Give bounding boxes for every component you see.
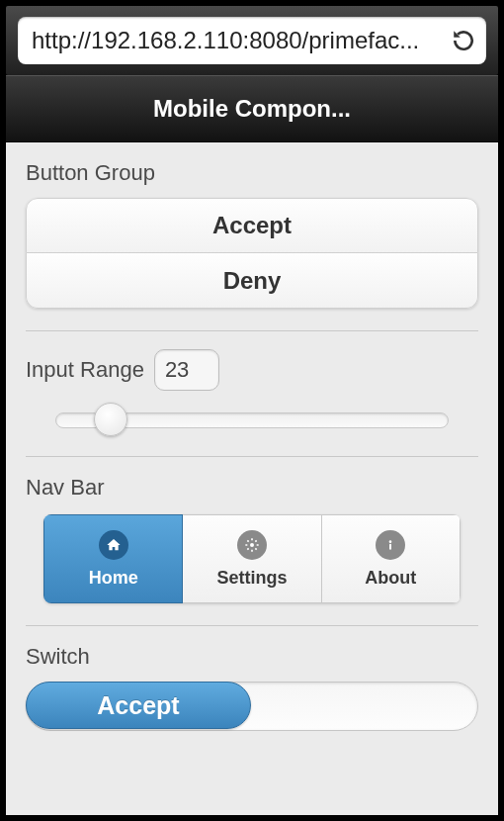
browser-chrome: http://192.168.2.110:8080/primefac... [6,6,498,75]
range-slider[interactable] [55,405,449,434]
page-title: Mobile Compon... [153,95,351,123]
switch-off-side [250,683,477,730]
nav-item-about[interactable]: About [322,514,461,603]
svg-point-1 [389,540,392,543]
svg-point-0 [250,543,254,547]
divider [26,456,478,457]
content-area: Button Group Accept Deny Input Range Nav… [6,142,498,815]
nav-item-home[interactable]: Home [43,514,183,603]
button-group-label: Button Group [26,160,478,186]
nav-item-settings[interactable]: Settings [183,514,321,603]
switch-on-side: Accept [26,682,251,729]
device-frame: http://192.168.2.110:8080/primefac... Mo… [0,0,504,821]
accept-button[interactable]: Accept [26,198,478,253]
page-title-bar: Mobile Compon... [6,75,498,142]
accept-button-label: Accept [212,212,292,239]
info-icon [376,530,405,560]
input-range-row: Input Range [26,349,478,391]
home-icon [99,530,128,560]
nav-item-label: Settings [216,568,287,589]
switch-toggle[interactable]: Accept [26,682,478,731]
navbar-label: Nav Bar [26,475,478,501]
reload-icon[interactable] [451,28,476,53]
slider-thumb[interactable] [94,403,127,436]
navbar: Home Settings About [43,514,461,603]
svg-rect-2 [389,543,391,549]
input-range-label: Input Range [26,357,144,383]
deny-button-label: Deny [223,267,282,295]
url-bar[interactable]: http://192.168.2.110:8080/primefac... [18,17,486,64]
switch-on-label: Accept [97,691,179,720]
range-value-input[interactable] [154,349,219,391]
button-group: Accept Deny [26,198,478,309]
deny-button[interactable]: Deny [26,253,478,309]
gear-icon [237,530,267,560]
nav-item-label: About [365,568,416,589]
divider [26,625,478,626]
nav-item-label: Home [89,568,138,589]
switch-label: Switch [26,644,478,670]
url-text[interactable]: http://192.168.2.110:8080/primefac... [32,27,451,54]
divider [26,330,478,331]
